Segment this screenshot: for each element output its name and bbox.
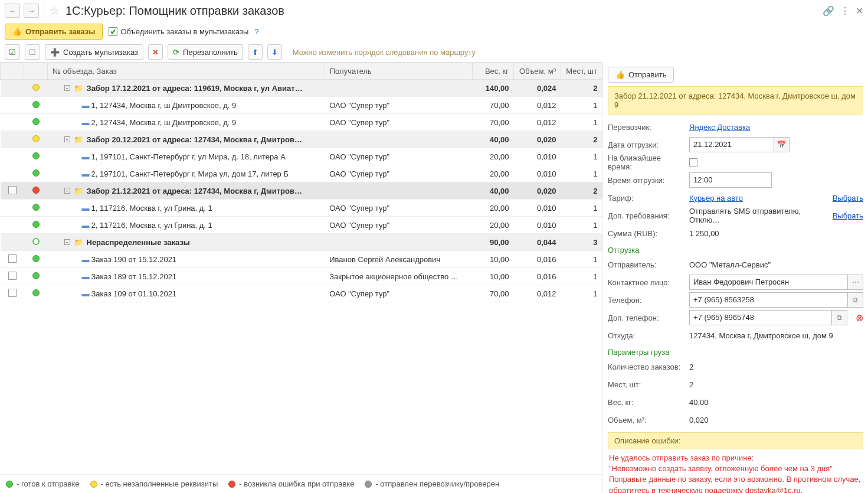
move-down-button[interactable]: ⬇ <box>267 44 282 60</box>
table-row[interactable]: ▬1, 117216, Москва г, ул Грина, д. 1ОАО … <box>1 200 602 217</box>
col-places[interactable]: Мест, шт <box>561 63 602 80</box>
row-places: 3 <box>561 234 602 251</box>
status-dot-icon <box>32 187 40 194</box>
col-route[interactable]: № объезда, Заказ <box>48 63 325 80</box>
item-icon: ▬ <box>82 101 88 110</box>
status-dot-icon <box>32 289 40 296</box>
table-row[interactable]: -📁Забор 20.12.2021 от адреса: 127434, Мо… <box>1 131 602 148</box>
table-row[interactable]: ▬1, 127434, Москва г, ш Дмитровское, д. … <box>1 97 602 114</box>
favorite-star-icon[interactable]: ☆ <box>49 4 60 18</box>
tree-toggle-icon[interactable]: - <box>64 136 70 142</box>
carrier-link[interactable]: Яндекс.Доставка <box>689 123 750 132</box>
row-volume: 0,020 <box>514 182 561 200</box>
item-icon: ▬ <box>82 204 88 213</box>
separator <box>44 5 44 17</box>
row-places: 2 <box>561 182 602 200</box>
refill-button[interactable]: ⟳ Перезаполнить <box>168 44 243 60</box>
table-row[interactable]: ▬Заказ 109 от 01.10.2021ОАО "Супер тур"7… <box>1 285 602 302</box>
link-icon[interactable]: 🔗 <box>823 5 834 17</box>
refill-label: Перезаполнить <box>183 48 238 57</box>
tree-toggle-icon[interactable]: - <box>64 239 70 245</box>
row-places: 1 <box>561 200 602 217</box>
check-all-button[interactable]: ☑ <box>5 44 20 60</box>
row-weight: 70,00 <box>473 97 514 114</box>
create-multi-order-button[interactable]: ➕ Создать мультизаказ <box>45 44 143 60</box>
lbl-sender: Отправитель: <box>608 260 684 269</box>
extra-req-choose-link[interactable]: Выбрать <box>833 211 863 220</box>
close-icon[interactable]: ✕ <box>856 5 863 17</box>
back-button[interactable]: ← <box>5 4 20 18</box>
calendar-icon[interactable]: 📅 <box>774 137 790 152</box>
lbl-carrier: Перевозчик: <box>608 123 684 132</box>
table-row[interactable]: ▬Заказ 189 от 15.12.2021Закрытое акционе… <box>1 268 602 285</box>
send-orders-label: Отправить заказы <box>25 27 95 36</box>
folder-icon: 📁 <box>74 187 83 195</box>
row-checkbox[interactable] <box>8 254 17 263</box>
legend-incomplete: - есть незаполненные реквизиты <box>101 479 218 488</box>
send-button[interactable]: 👍 Отправить <box>608 67 674 83</box>
lbl-order-count: Количество заказов: <box>608 363 684 371</box>
phone-input[interactable]: +7 (965) 8563258 <box>689 292 848 308</box>
row-checkbox[interactable] <box>8 272 17 280</box>
nearest-checkbox[interactable] <box>689 158 697 166</box>
ship-time-input[interactable]: 12:00 <box>689 172 772 188</box>
table-row[interactable]: ▬2, 117216, Москва г, ул Грина, д. 1ОАО … <box>1 217 602 234</box>
row-volume: 0,010 <box>514 217 561 234</box>
tariff-choose-link[interactable]: Выбрать <box>833 194 863 203</box>
extra-phone-input[interactable]: +7 (965) 8965748 <box>689 310 832 325</box>
table-row[interactable]: -📁Забор 17.12.2021 от адреса: 119619, Мо… <box>1 80 602 97</box>
ship-date-input[interactable]: 21.12.2021 <box>689 137 774 152</box>
row-volume: 0,010 <box>514 148 561 165</box>
weight-value: 40,00 <box>689 398 709 407</box>
create-multi-order-label: Создать мультизаказ <box>63 48 138 57</box>
combine-orders-checkbox[interactable]: ✔ Объединить заказы в мультизаказы <box>109 27 248 36</box>
move-up-button[interactable]: ⬆ <box>248 44 263 60</box>
phone-action-icon[interactable]: ⧉ <box>848 292 863 308</box>
orders-table: № объезда, Заказ Получатель Вес, кг Объе… <box>0 63 602 302</box>
row-recipient: ОАО "Супер тур" <box>325 165 472 182</box>
forward-button[interactable]: → <box>24 4 39 18</box>
row-places: 1 <box>561 165 602 182</box>
col-recipient[interactable]: Получатель <box>325 63 472 80</box>
item-icon: ▬ <box>82 255 88 264</box>
contact-more-icon[interactable]: ⋯ <box>848 275 863 290</box>
volume-value: 0,020 <box>689 416 709 425</box>
row-recipient <box>325 131 472 148</box>
table-row[interactable]: ▬2, 197101, Санкт-Петербург г, Мира ул, … <box>1 165 602 182</box>
extra-phone-action-icon[interactable]: ⧉ <box>832 310 847 325</box>
row-checkbox[interactable] <box>8 289 17 297</box>
contact-input[interactable]: Иван Федорович Петросян <box>689 275 848 290</box>
tariff-link[interactable]: Курьер на авто <box>689 194 743 203</box>
from-value: 127434, Москва г, Дмитровское ш, дом 9 <box>689 331 833 340</box>
lbl-sum: Сумма (RUB): <box>608 229 684 238</box>
table-row[interactable]: ▬Заказ 190 от 15.12.2021Иванов Сергей Ал… <box>1 251 602 268</box>
status-dot-icon <box>32 84 40 91</box>
delete-button[interactable]: ✖ <box>148 44 163 60</box>
row-name: 2, 197101, Санкт-Петербург г, Мира ул, д… <box>91 169 289 178</box>
uncheck-all-button[interactable]: ☐ <box>25 44 40 60</box>
send-orders-button[interactable]: 👍 Отправить заказы <box>5 24 103 40</box>
row-name: 1, 117216, Москва г, ул Грина, д. 1 <box>91 204 212 213</box>
status-dot-icon <box>32 272 40 279</box>
more-menu-icon[interactable]: ⋮ <box>840 5 850 17</box>
table-row[interactable]: ▬1, 197101, Санкт-Петербург г, ул Мира, … <box>1 148 602 165</box>
table-row[interactable]: ▬2, 127434, Москва г, ш Дмитровское, д. … <box>1 114 602 131</box>
lbl-weight: Вес, кг: <box>608 398 684 407</box>
item-icon: ▬ <box>82 289 88 298</box>
error-icon[interactable]: ⊗ <box>856 312 863 324</box>
folder-icon: 📁 <box>74 84 83 93</box>
tree-toggle-icon[interactable]: - <box>64 188 70 194</box>
row-checkbox[interactable] <box>8 186 17 194</box>
col-volume[interactable]: Объем, м³ <box>514 63 561 80</box>
send-button-label: Отправить <box>628 70 666 79</box>
help-icon[interactable]: ? <box>254 27 258 36</box>
tree-toggle-icon[interactable]: - <box>64 85 70 91</box>
table-row[interactable]: -📁Забор 21.12.2021 от адреса: 127434, Мо… <box>1 182 602 200</box>
col-weight[interactable]: Вес, кг <box>473 63 514 80</box>
row-volume: 0,010 <box>514 165 561 182</box>
row-recipient: Закрытое акционерное общество … <box>325 268 472 285</box>
row-weight: 20,00 <box>473 217 514 234</box>
table-row[interactable]: -📁Нераспределенные заказы90,000,0443 <box>1 234 602 251</box>
row-volume: 0,020 <box>514 131 561 148</box>
row-volume: 0,012 <box>514 114 561 131</box>
